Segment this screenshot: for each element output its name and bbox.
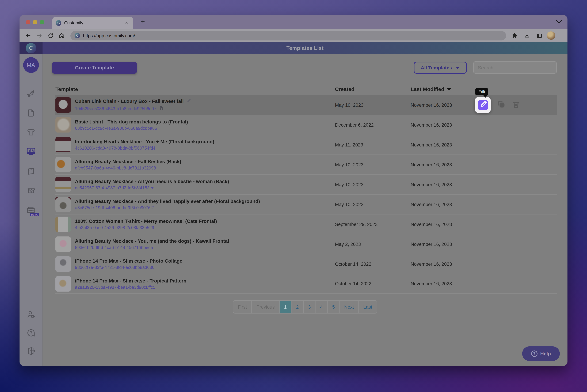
edit-button[interactable]: Edit [475, 97, 491, 113]
template-name: Basic t-shirt - This dog mom belongs to … [75, 119, 188, 124]
customily-logo-icon [26, 43, 36, 53]
store-icon[interactable] [26, 185, 36, 195]
browser-window: Customily ✕ + https://app.customily.com/ [19, 15, 568, 366]
column-header-created[interactable]: Created [335, 86, 411, 92]
filter-selected-value: All Templates [421, 65, 452, 70]
page-item-next[interactable]: Next [339, 301, 359, 313]
template-id-link[interactable]: 98d62f7e-83f6-4721-8fd4-ec08bb8ad636 [75, 265, 154, 270]
rocket-icon[interactable] [26, 88, 36, 99]
browser-tab[interactable]: Customily ✕ [52, 17, 133, 29]
page-item-2[interactable]: 2 [291, 301, 303, 313]
page-header-bar: Templates List [42, 42, 568, 54]
table-row[interactable]: Alluring Beauty Necklace - You, me (and … [55, 234, 557, 254]
template-id-link[interactable]: 4fe2af3a-0ac0-4526-9298-2c08fa33e529 [75, 225, 154, 230]
created-date: October 14, 2022 [335, 262, 411, 266]
close-window-button[interactable] [26, 20, 30, 24]
template-id-link[interactable]: dfcb9547-0a6a-4d46-bbc8-dc7311b32998 [75, 166, 156, 170]
template-name: Alluring Beauty Necklace - And they live… [75, 198, 260, 204]
template-id-link[interactable]: 68b9c5c1-dc9c-4e3a-900b-850a9dcdba86 [75, 126, 157, 131]
template-thumbnail [55, 157, 71, 172]
inbox-icon[interactable]: BETA [26, 205, 36, 215]
address-bar[interactable]: https://app.customily.com/ [70, 31, 506, 40]
template-thumbnail [55, 276, 71, 292]
site-favicon [75, 33, 80, 38]
modified-date: November 16, 2023 [411, 222, 557, 227]
search-input[interactable] [473, 62, 557, 74]
tab-close-icon[interactable]: ✕ [123, 20, 130, 26]
page-item-1[interactable]: 1 [279, 301, 291, 313]
template-id-link[interactable]: 4c610206-cda0-4978-8bda-8bf560754fd4 [75, 146, 155, 151]
edit-icon [478, 100, 488, 110]
templates-filter-dropdown[interactable]: All Templates [414, 62, 467, 74]
duplicate-button[interactable] [497, 100, 506, 110]
support-icon[interactable] [26, 328, 36, 338]
create-template-button[interactable]: Create Template [52, 62, 137, 74]
pages-icon[interactable] [26, 166, 36, 176]
reload-icon[interactable] [46, 31, 55, 40]
beta-badge: BETA [30, 213, 39, 216]
rename-pencil-icon[interactable] [186, 98, 191, 104]
copy-id-icon[interactable] [159, 106, 163, 112]
column-header-template[interactable]: Template [55, 86, 335, 92]
created-date: September 29, 2023 [335, 222, 411, 227]
user-settings-icon[interactable] [26, 309, 36, 320]
browser-profile-avatar[interactable] [547, 32, 555, 40]
user-avatar[interactable]: MA [23, 57, 39, 73]
delete-button[interactable] [512, 100, 521, 110]
page-item-5[interactable]: 5 [327, 301, 339, 313]
main-content: Create Template All Templates Template C… [42, 54, 568, 366]
table-row[interactable]: Alluring Beauty Necklace - Fall Besties … [55, 154, 557, 174]
edit-tooltip: Edit [475, 88, 488, 95]
table-row[interactable]: iPhone 14 Pro Max - Slim case - Photo Co… [55, 254, 557, 274]
table-row[interactable]: Alluring Beauty Necklace - All you need … [55, 174, 557, 194]
table-row[interactable]: Cuban Link Chain - Luxury Box - Fall swe… [55, 95, 557, 115]
side-panel-icon[interactable] [535, 31, 544, 40]
table-row[interactable]: 100% Cotton Women T-shirt - Merry meowma… [55, 214, 557, 234]
template-name: Alluring Beauty Necklace - Fall Besties … [75, 159, 181, 164]
help-label: Help [540, 351, 551, 356]
extensions-puzzle-icon[interactable] [510, 31, 519, 40]
template-thumbnail [55, 177, 71, 192]
minimize-window-button[interactable] [33, 20, 37, 24]
downloads-icon[interactable] [523, 31, 532, 40]
home-icon[interactable] [57, 31, 66, 40]
page-item-last[interactable]: Last [359, 301, 377, 313]
file-icon[interactable] [26, 108, 36, 118]
page-item-4[interactable]: 4 [315, 301, 327, 313]
created-date: May 10, 2023 [335, 102, 411, 108]
edit-button-highlight [475, 97, 491, 113]
table-row[interactable]: Basic t-shirt - This dog mom belongs to … [55, 115, 557, 134]
help-button[interactable]: ? Help [522, 346, 560, 361]
created-date: May 10, 2023 [335, 162, 411, 167]
tshirt-icon[interactable] [26, 127, 36, 138]
design-monitor-icon[interactable] [26, 146, 36, 156]
template-id-link[interactable]: dc542957-87f4-4987-a7d2-fd5b8f4183ec [75, 186, 154, 190]
table-row[interactable]: Interlocking Hearts Necklace - You + Me … [55, 134, 557, 154]
logo-cell[interactable] [19, 42, 42, 54]
created-date: December 6, 2022 [335, 122, 411, 128]
created-date: May 11, 2023 [335, 142, 411, 147]
new-tab-button[interactable]: + [141, 18, 145, 26]
url-text: https://app.customily.com/ [83, 33, 135, 38]
tab-search-chevron-icon[interactable] [556, 18, 562, 24]
page-item-previous: Previous [251, 301, 279, 313]
template-id-link[interactable]: a2ea3920-53ba-4987-bea1-ba3d90c8ffc5 [75, 285, 155, 290]
template-name: Alluring Beauty Necklace - You, me (and … [75, 238, 229, 244]
modified-date: November 16, 2023 [411, 162, 557, 167]
created-date: May 10, 2023 [335, 182, 411, 187]
tab-title: Customily [64, 20, 121, 25]
template-id-link[interactable]: a8c675de-19df-4406-aeda-9f6b0c9076f7 [75, 206, 154, 210]
modified-date: November 16, 2023 [411, 281, 557, 286]
modified-date: November 16, 2023 [411, 202, 557, 207]
template-id-link[interactable]: 10452f5c-5036-4643-b1a8-ecdc925b6e97 [75, 106, 156, 111]
logout-icon[interactable] [26, 346, 36, 356]
table-row[interactable]: iPhone 14 Pro Max - Slim case - Tropical… [55, 274, 557, 294]
template-thumbnail [55, 256, 71, 272]
table-row[interactable]: Alluring Beauty Necklace - And they live… [55, 194, 557, 214]
browser-menu-icon[interactable]: ⋮ [559, 34, 563, 37]
page-item-3[interactable]: 3 [303, 301, 315, 313]
template-id-link[interactable]: 893e1b2b-ffb6-4ca6-b148-45671f9fbeda [75, 245, 153, 250]
zoom-window-button[interactable] [40, 20, 44, 24]
back-icon[interactable] [24, 31, 33, 40]
forward-icon[interactable] [35, 31, 44, 40]
